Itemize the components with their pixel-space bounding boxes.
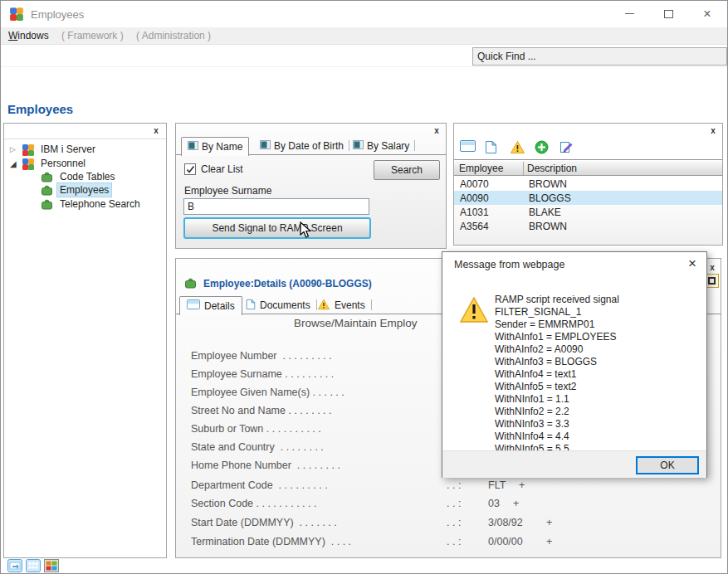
field-value[interactable]: 3/08/92 bbox=[488, 517, 523, 528]
tree-item-label: Code Tables bbox=[57, 170, 118, 183]
employee-surname-label: Employee Surname bbox=[184, 185, 271, 197]
toolbar-row: Quick Find ... bbox=[1, 46, 727, 67]
field-separator: . . : bbox=[447, 517, 461, 528]
field-value[interactable]: 0/00/00 bbox=[488, 536, 523, 547]
tree-item-employees[interactable]: Employees bbox=[41, 183, 111, 197]
table-row[interactable]: A3564 BROWN bbox=[454, 219, 722, 233]
maximize-button[interactable] bbox=[652, 1, 685, 27]
tab-details[interactable]: Details bbox=[179, 296, 242, 315]
clear-list-checkbox[interactable] bbox=[184, 163, 196, 175]
clear-list-option: Clear List bbox=[184, 163, 243, 175]
field-label: Home Phone Number . . . . . . . . bbox=[191, 460, 340, 471]
warning-icon[interactable] bbox=[510, 140, 526, 155]
table-row-selected[interactable]: A0090 BLOGGS bbox=[454, 191, 722, 205]
multi-puzzle-icon bbox=[22, 158, 36, 170]
field-label: Start Date (DDMMYY) . . . . . . . bbox=[191, 517, 337, 528]
form-row-start-date: Start Date (DDMMYY) . . . . . . .. . :3/… bbox=[191, 517, 337, 530]
dialog-footer: OK bbox=[442, 450, 706, 478]
employee-surname-input[interactable]: B bbox=[183, 198, 369, 215]
tree-item-ibm-i-server[interactable]: ▷ IBM i Server bbox=[10, 143, 98, 156]
prompt-plus[interactable]: + bbox=[513, 498, 519, 509]
ok-button[interactable]: OK bbox=[636, 456, 699, 474]
green-puzzle-icon bbox=[41, 184, 55, 197]
panel-close-icon[interactable]: x bbox=[708, 126, 718, 136]
column-header-employee[interactable]: Employee bbox=[459, 163, 503, 174]
document-icon[interactable] bbox=[485, 140, 501, 155]
menu-bar: Windows ( Framework ) ( Administration ) bbox=[1, 27, 727, 45]
tab-by-name[interactable]: By Name bbox=[181, 137, 249, 156]
green-puzzle-icon bbox=[41, 198, 55, 211]
tab-divider bbox=[371, 299, 372, 310]
dialog-message: RAMP script received signal FILTER_SIGNA… bbox=[495, 294, 706, 455]
tree-item-code-tables[interactable]: Code Tables bbox=[41, 170, 118, 183]
panel-close-icon[interactable]: x bbox=[432, 126, 442, 136]
quick-find-input[interactable]: Quick Find ... bbox=[472, 47, 727, 66]
field-value[interactable]: FLT bbox=[488, 479, 506, 491]
prompt-plus[interactable]: + bbox=[546, 536, 552, 547]
add-icon[interactable] bbox=[535, 140, 551, 155]
message-dialog: Message from webpage × RAMP script recei… bbox=[442, 251, 707, 478]
field-label: Street No and Name . . . . . . . . bbox=[191, 405, 332, 416]
field-label: Section Code . . . . . . . . . . . bbox=[191, 498, 316, 509]
prompt-plus[interactable]: + bbox=[546, 517, 552, 528]
colored-grid-icon[interactable] bbox=[44, 559, 59, 572]
close-icon: × bbox=[703, 7, 711, 21]
cell-employee: A0090 bbox=[460, 192, 489, 204]
warning-icon bbox=[459, 296, 489, 326]
multi-puzzle-icon bbox=[22, 144, 36, 156]
dialog-line: WithNInfo4 = 4.4 bbox=[495, 430, 706, 443]
chevron-expanded-icon[interactable]: ◢ bbox=[10, 159, 22, 168]
send-signal-button[interactable]: Send Signal to RAMP Screen bbox=[183, 217, 371, 239]
tab-label: By Date of Birth bbox=[274, 140, 344, 152]
document-icon bbox=[246, 299, 256, 313]
field-label: Termination Date (DDMMYY) . . . . bbox=[191, 536, 351, 547]
tab-label: Events bbox=[335, 299, 365, 311]
window-grid-icon[interactable] bbox=[26, 559, 41, 572]
search-button[interactable]: Search bbox=[374, 160, 440, 180]
tree-item-telephone-search[interactable]: Telephone Search bbox=[41, 197, 143, 211]
maximize-icon bbox=[708, 277, 716, 285]
close-button[interactable]: × bbox=[691, 1, 724, 27]
dialog-line: WithNInfo3 = 3.3 bbox=[495, 418, 706, 430]
menu-windows[interactable]: Windows bbox=[3, 30, 54, 41]
field-label: Suburb or Town . . . . . . . . . . bbox=[191, 423, 321, 435]
minimize-button[interactable] bbox=[613, 1, 646, 27]
tree-panel-header: x bbox=[4, 124, 166, 139]
list-tab-icon bbox=[188, 141, 198, 153]
table-row[interactable]: A1031 BLAKE bbox=[454, 205, 722, 219]
page-title: Employees bbox=[7, 102, 73, 116]
form-row-termination-date: Termination Date (DDMMYY) . . . .. . :0/… bbox=[191, 536, 351, 549]
chevron-collapsed-icon[interactable]: ▷ bbox=[10, 145, 22, 153]
form-row-home-phone: Home Phone Number . . . . . . . .. . : bbox=[191, 460, 340, 473]
tab-by-date-of-birth[interactable]: By Date of Birth bbox=[254, 137, 349, 155]
tree-item-label: Telephone Search bbox=[57, 197, 143, 211]
edit-icon[interactable] bbox=[559, 140, 576, 155]
dialog-line: WithAInfo3 = BLOGGS bbox=[495, 356, 706, 368]
dialog-line: WithAInfo5 = text2 bbox=[495, 381, 706, 393]
panel-close-icon[interactable]: x bbox=[151, 126, 161, 136]
prompt-plus[interactable]: + bbox=[519, 479, 525, 491]
employee-list-panel: x Employee Description A0070 BROWN A0090… bbox=[453, 123, 723, 246]
window-icon[interactable] bbox=[460, 140, 476, 155]
tree-item-personnel[interactable]: ◢ Personnel bbox=[10, 157, 88, 170]
field-separator: . . : bbox=[447, 498, 461, 509]
cell-description: BLAKE bbox=[529, 207, 561, 218]
tab-by-salary[interactable]: By Salary bbox=[347, 137, 415, 155]
dialog-line: Sender = EMMRMP01 bbox=[495, 319, 706, 331]
table-row[interactable]: A0070 BROWN bbox=[454, 177, 722, 191]
panel-close-icon[interactable]: x bbox=[707, 263, 717, 273]
window-arrow-icon[interactable] bbox=[7, 559, 22, 572]
field-value[interactable]: 03 bbox=[488, 498, 500, 509]
menu-framework[interactable]: ( Framework ) bbox=[56, 30, 129, 41]
dialog-close-icon[interactable]: × bbox=[688, 255, 696, 272]
dialog-line: RAMP script received signal FILTER_SIGNA… bbox=[495, 294, 706, 319]
tab-documents[interactable]: Documents bbox=[239, 296, 317, 314]
field-label: Department Code . . . . . . . . . bbox=[191, 479, 328, 491]
app-window: Employees × Windows ( Framework ) ( Admi… bbox=[0, 0, 728, 574]
list-toolbar bbox=[454, 137, 722, 160]
column-header-description[interactable]: Description bbox=[527, 163, 577, 174]
field-separator: . . : bbox=[447, 479, 461, 491]
green-puzzle-icon bbox=[41, 171, 55, 183]
menu-administration[interactable]: ( Administration ) bbox=[131, 30, 216, 41]
tab-events[interactable]: Events bbox=[310, 296, 372, 314]
